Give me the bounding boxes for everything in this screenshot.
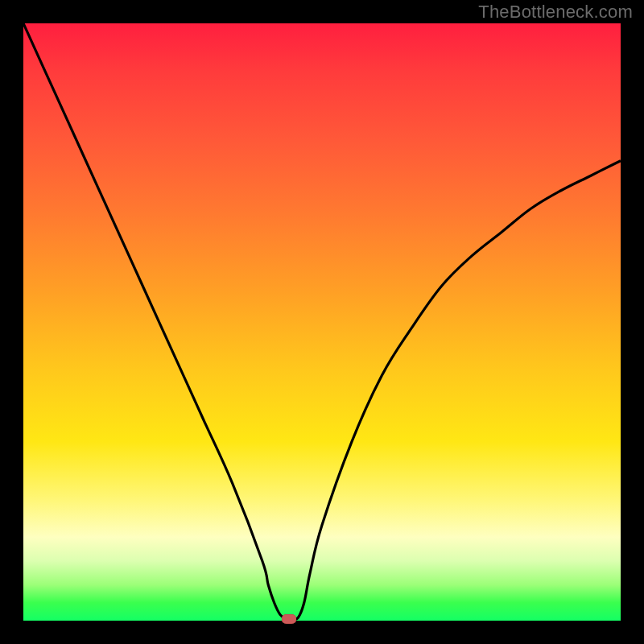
bottleneck-curve <box>23 23 621 621</box>
attribution-text: TheBottleneck.com <box>478 2 633 23</box>
plot-area <box>23 23 621 621</box>
chart-stage: TheBottleneck.com <box>0 0 644 644</box>
minimum-marker <box>282 614 296 624</box>
curve-path <box>23 23 621 619</box>
